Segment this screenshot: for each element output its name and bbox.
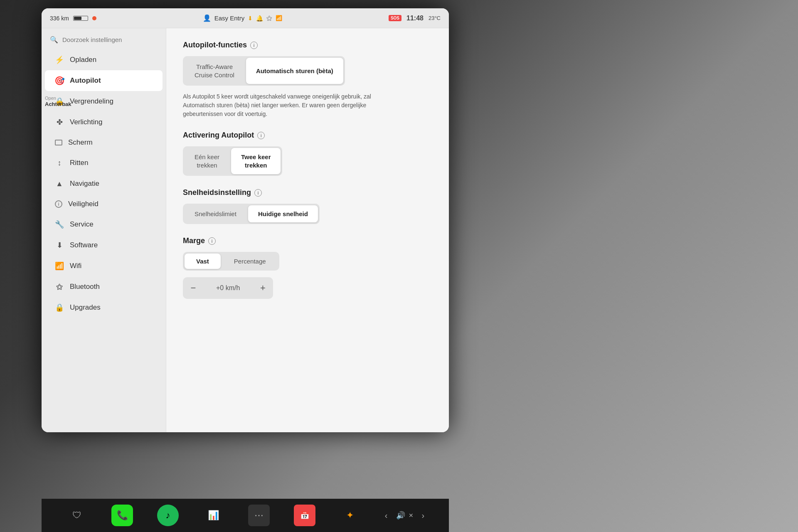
search-bar[interactable]: 🔍 <box>42 32 166 47</box>
calendar-taskbar-icon[interactable]: 📅 <box>294 505 315 526</box>
profile-icon: 👤 <box>203 14 211 22</box>
status-center: 👤 Easy Entry ⬇ 🔔 ⚝ 📶 <box>203 14 283 22</box>
signal-icon: 📶 <box>276 15 282 21</box>
charging-icon: ⚡ <box>55 55 64 64</box>
margin-section: Marge i Vast Percentage − +0 km/h + <box>183 236 432 299</box>
sidebar-label-bluetooth: Bluetooth <box>70 283 100 291</box>
dots-taskbar-icon[interactable]: ⋯ <box>248 505 270 526</box>
autopilot-functions-toggle: Traffic-Aware Cruise Control Automatisch… <box>183 56 345 86</box>
decrease-button[interactable]: − <box>183 277 204 299</box>
trips-icon: ↕ <box>55 158 64 167</box>
current-speed-button[interactable]: Huidige snelheid <box>248 205 318 222</box>
sidebar-item-ritten[interactable]: ↕ Ritten <box>45 153 163 173</box>
sidebar-item-upgrades[interactable]: 🔒 Upgrades <box>45 297 163 318</box>
sidebar: 🔍 ⚡ Opladen 🎯 Autopilot 🔒 Vergrendeling <box>42 28 166 432</box>
speed-limit-button[interactable]: Snelheidslimiet <box>185 205 246 222</box>
nav-icon: ▲ <box>55 179 64 188</box>
sidebar-label-upgrades: Upgrades <box>70 303 101 312</box>
two-pull-button[interactable]: Twee keer trekken <box>231 148 281 174</box>
light-icon: ✤ <box>55 118 64 127</box>
km-display: 336 km <box>50 15 69 22</box>
sidebar-item-opladen[interactable]: ⚡ Opladen <box>45 49 163 70</box>
nav-left-arrow[interactable]: ‹ <box>385 511 388 520</box>
speed-info-icon[interactable]: i <box>254 189 262 197</box>
time-display: 11:48 <box>406 15 424 22</box>
spotify-taskbar-icon[interactable]: ♪ <box>157 505 179 526</box>
open-label: Open <box>45 96 56 101</box>
sidebar-label-opladen: Opladen <box>70 56 96 64</box>
activation-section: Activering Autopilot i Eén keer trekken … <box>183 131 432 176</box>
activation-toggle: Eén keer trekken Twee keer trekken <box>183 146 282 176</box>
main-content: Autopilot-functies i Traffic-Aware Cruis… <box>166 28 449 432</box>
sidebar-label-ritten: Ritten <box>70 159 88 167</box>
trunk-label: Achterbak <box>45 101 71 107</box>
one-pull-button[interactable]: Eén keer trekken <box>185 148 229 174</box>
apps-taskbar-icon[interactable]: ✦ <box>339 505 361 526</box>
nav-right-arrow[interactable]: › <box>422 511 425 520</box>
sidebar-item-scherm[interactable]: Scherm <box>45 133 163 153</box>
safety-icon: i <box>55 200 62 208</box>
volume-icon[interactable]: 🔊 <box>396 511 405 520</box>
sidebar-label-verlichting: Verlichting <box>70 118 102 126</box>
traffic-aware-button[interactable]: Traffic-Aware Cruise Control <box>185 58 244 84</box>
main-layout: 🔍 ⚡ Opladen 🎯 Autopilot 🔒 Vergrendeling <box>42 28 449 432</box>
sidebar-item-software[interactable]: ⬇ Software <box>45 235 163 256</box>
volume-control: 🔊 ✕ <box>396 511 414 520</box>
autopilot-icon: 🎯 <box>55 76 64 85</box>
status-left: 336 km <box>50 15 96 22</box>
sidebar-item-veiligheid[interactable]: i Veiligheid <box>45 194 163 214</box>
taskbar: 🛡 📞 ♪ 📊 ⋯ 📅 ✦ ‹ 🔊 ✕ › <box>42 499 449 532</box>
vast-button[interactable]: Vast <box>185 254 221 269</box>
sidebar-item-bluetooth[interactable]: ⚝ Bluetooth <box>45 276 163 297</box>
margin-info-icon[interactable]: i <box>208 237 216 245</box>
sos-badge[interactable]: SOS <box>389 15 401 21</box>
speed-toggle: Snelheidslimiet Huidige snelheid <box>183 204 320 224</box>
download-icon: ⬇ <box>248 15 253 22</box>
autopilot-info-text: Als Autopilot 5 keer wordt uitgeschakeld… <box>183 92 391 118</box>
sidebar-label-navigatie: Navigatie <box>70 180 99 188</box>
percentage-button[interactable]: Percentage <box>222 254 278 269</box>
sidebar-label-service: Service <box>70 220 94 229</box>
screen-bezel: 336 km 👤 Easy Entry ⬇ 🔔 ⚝ 📶 SOS 11:48 23… <box>42 8 449 432</box>
auto-steer-button[interactable]: Automatisch sturen (bèta) <box>246 58 343 84</box>
software-icon: ⬇ <box>55 241 64 250</box>
sidebar-label-vergrendeling: Vergrendeling <box>70 97 113 106</box>
profile-name: Easy Entry <box>214 15 245 22</box>
wifi-icon: 📶 <box>55 261 64 271</box>
status-right: SOS 11:48 23°C <box>389 15 441 22</box>
status-bar: 336 km 👤 Easy Entry ⬇ 🔔 ⚝ 📶 SOS 11:48 23… <box>42 8 449 28</box>
stepper-control: − +0 km/h + <box>183 277 273 299</box>
sidebar-label-autopilot: Autopilot <box>70 76 101 85</box>
autopilot-functions-section: Autopilot-functies i Traffic-Aware Cruis… <box>183 41 432 118</box>
margin-title: Marge i <box>183 236 432 245</box>
search-icon: 🔍 <box>50 36 58 44</box>
sidebar-item-autopilot[interactable]: 🎯 Autopilot <box>45 70 163 91</box>
sidebar-item-verlichting[interactable]: ✤ Verlichting <box>45 112 163 133</box>
sidebar-label-software: Software <box>70 241 98 249</box>
stats-taskbar-icon[interactable]: 📊 <box>203 505 224 526</box>
search-input[interactable] <box>62 36 158 43</box>
margin-toggle: Vast Percentage <box>183 252 279 271</box>
temp-display: 23°C <box>429 15 441 21</box>
increase-button[interactable]: + <box>252 277 273 299</box>
nav-arrows: ‹ 🔊 ✕ › <box>385 511 424 520</box>
upgrades-icon: 🔒 <box>55 303 64 312</box>
sidebar-item-service[interactable]: 🔧 Service <box>45 214 163 235</box>
autopilot-functions-title: Autopilot-functies i <box>183 41 432 49</box>
activation-info-icon[interactable]: i <box>257 132 265 139</box>
sidebar-label-wifi: Wifi <box>70 262 81 270</box>
bluetooth-icon: ⚝ <box>266 15 272 22</box>
sidebar-item-wifi[interactable]: 📶 Wifi <box>45 256 163 276</box>
sidebar-item-navigatie[interactable]: ▲ Navigatie <box>45 173 163 194</box>
autopilot-functions-info-icon[interactable]: i <box>250 42 258 49</box>
phone-taskbar-icon[interactable]: 📞 <box>111 505 133 526</box>
speed-section: Snelheidsinstelling i Snelheidslimiet Hu… <box>183 188 432 224</box>
volume-mute-icon[interactable]: ✕ <box>409 512 414 519</box>
activation-title: Activering Autopilot i <box>183 131 432 140</box>
shield-taskbar-icon[interactable]: 🛡 <box>66 505 88 526</box>
sidebar-label-scherm: Scherm <box>68 138 93 147</box>
screen-icon <box>55 140 62 145</box>
record-dot <box>92 16 96 20</box>
speed-title: Snelheidsinstelling i <box>183 188 432 197</box>
wrench-icon: 🔧 <box>55 220 64 229</box>
